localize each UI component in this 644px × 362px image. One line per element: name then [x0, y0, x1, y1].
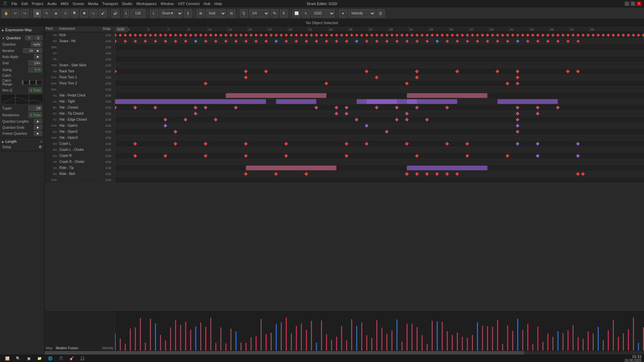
- menu-workspaces[interactable]: Workspaces: [136, 2, 156, 6]
- grid-row[interactable]: [115, 123, 644, 129]
- grid-row[interactable]: [115, 153, 644, 159]
- drum-dropdown[interactable]: Drum▼: [159, 9, 183, 17]
- quantize-reset-btn[interactable]: ↺: [25, 36, 33, 40]
- glue-button[interactable]: ⬡: [61, 9, 69, 17]
- grid-row[interactable]: [115, 147, 644, 153]
- q-ends-btn[interactable]: ▶: [34, 125, 42, 130]
- bars-button[interactable]: |||: [377, 9, 385, 17]
- menu-edit[interactable]: Edit: [21, 2, 28, 6]
- grid-row[interactable]: [115, 159, 644, 165]
- grid-row[interactable]: [115, 38, 644, 44]
- mute-button[interactable]: ✖: [80, 9, 88, 17]
- menu-transport[interactable]: Transport: [102, 2, 118, 6]
- setup-icon[interactable]: ⚙: [39, 145, 42, 149]
- mode-select-button[interactable]: ▣: [33, 9, 41, 17]
- menu-file[interactable]: File: [11, 2, 17, 6]
- grid-row[interactable]: [115, 141, 644, 147]
- grid-dropdown[interactable]: Grid: [206, 9, 226, 17]
- menu-midi[interactable]: MIDI: [61, 2, 68, 6]
- svg-rect-138: [552, 337, 553, 351]
- velocity-dropdown[interactable]: Velocity: [348, 9, 375, 17]
- grid-row[interactable]: [115, 129, 644, 135]
- constrain-button[interactable]: 🔒: [2, 9, 10, 17]
- follow-button[interactable]: ⟫: [184, 9, 192, 17]
- grid-row[interactable]: [115, 74, 644, 80]
- headphones-btn[interactable]: 🎧: [78, 355, 87, 362]
- grid-row[interactable]: [115, 177, 644, 183]
- grid-row[interactable]: [115, 117, 644, 123]
- start-button[interactable]: 🪟: [3, 355, 12, 362]
- close-button[interactable]: ✕: [637, 1, 641, 6]
- extra-btn[interactable]: 🎸: [67, 355, 76, 362]
- menu-scores[interactable]: Scores: [72, 2, 84, 6]
- freeze-q-row[interactable]: Freeze Quantize ▶: [1, 130, 43, 136]
- swing-value[interactable]: 0 %: [29, 67, 42, 72]
- grid-options-button[interactable]: ⊟: [227, 9, 235, 17]
- tempo-input[interactable]: [130, 9, 146, 17]
- iterative-arrow[interactable]: ▶: [34, 48, 42, 53]
- iterative-input[interactable]: [23, 48, 33, 53]
- randomize-value[interactable]: 0 Ticks: [29, 112, 42, 118]
- grid-row[interactable]: [115, 111, 644, 117]
- grid-row[interactable]: [115, 44, 644, 50]
- nonq-value[interactable]: 0 Ticks: [29, 87, 42, 93]
- speaker-button[interactable]: 🔊: [111, 9, 119, 17]
- menu-media[interactable]: Media: [88, 2, 98, 6]
- grid-row[interactable]: [115, 165, 644, 171]
- zoom-button[interactable]: 🔍: [71, 9, 79, 17]
- grid-row[interactable]: [115, 105, 644, 111]
- rec-button[interactable]: ⬜: [292, 9, 301, 17]
- quantize-apply-btn[interactable]: Apply: [31, 42, 42, 47]
- grid-row[interactable]: [115, 99, 644, 105]
- grid-row[interactable]: [115, 68, 644, 74]
- percent-button[interactable]: %: [271, 9, 279, 17]
- pencil-button[interactable]: ✎: [43, 9, 51, 17]
- e-button[interactable]: E: [280, 9, 288, 17]
- drum-select[interactable]: L: [150, 9, 158, 17]
- auto-apply-btn[interactable]: ▶: [34, 54, 42, 59]
- menu-audio[interactable]: Audio: [47, 2, 57, 6]
- grid-row[interactable]: [115, 56, 644, 62]
- length-header[interactable]: Length L: [1, 139, 43, 144]
- q-ends-row[interactable]: Quantize Ends ▶: [1, 124, 43, 130]
- minimize-button[interactable]: –: [625, 1, 629, 6]
- chrome-btn[interactable]: 🌐: [46, 355, 55, 362]
- maximize-button[interactable]: □: [631, 1, 635, 6]
- cubase-btn[interactable]: 🎵: [56, 355, 66, 362]
- q-lengths-row[interactable]: Quantize Lengths ▶: [1, 118, 43, 124]
- grid-row[interactable]: [115, 62, 644, 68]
- grid-row[interactable]: [115, 50, 644, 56]
- grid-row[interactable]: [115, 86, 644, 93]
- grid-row[interactable]: [115, 93, 644, 99]
- menu-vst-connect[interactable]: VST Connect: [178, 2, 200, 6]
- q-lengths-btn[interactable]: ▶: [34, 119, 42, 124]
- undo-button[interactable]: ↩: [11, 9, 19, 17]
- horizontal-scrollbar[interactable]: [45, 351, 644, 355]
- redo-button[interactable]: ↪: [21, 9, 29, 17]
- task-view-btn[interactable]: ▣: [24, 355, 34, 362]
- file-explorer-btn[interactable]: 📁: [35, 355, 44, 362]
- quantize-search-btn[interactable]: Q: [34, 36, 42, 40]
- scrollbar-thumb[interactable]: [45, 351, 524, 355]
- svg-text:33: 33: [430, 28, 433, 31]
- grid-row[interactable]: [115, 135, 644, 141]
- eraser-button[interactable]: ◈: [52, 9, 60, 17]
- search-taskbar-btn[interactable]: 🔍: [13, 355, 23, 362]
- step-button[interactable]: ≡: [302, 9, 310, 17]
- freeze-q-btn[interactable]: ▶: [34, 131, 42, 136]
- menu-help[interactable]: Help: [214, 2, 222, 6]
- grid-row[interactable]: [115, 32, 644, 38]
- tuplet-value[interactable]: Off: [29, 106, 42, 111]
- ggd-dropdown[interactable]: GGD: [311, 9, 335, 17]
- menu-hub[interactable]: Hub: [204, 2, 210, 6]
- menu-project[interactable]: Project: [32, 2, 43, 6]
- quantize-header[interactable]: Quantize ↺ Q: [1, 35, 43, 41]
- grid-row[interactable]: [115, 80, 644, 86]
- velocity-tool-button[interactable]: ◇: [90, 9, 98, 17]
- menu-window[interactable]: Window: [161, 2, 174, 6]
- menu-studio[interactable]: Studio: [122, 2, 132, 6]
- grid-row[interactable]: [115, 171, 644, 177]
- color-button[interactable]: 🖌: [99, 9, 107, 17]
- expression-map-header[interactable]: Expression Map: [1, 27, 43, 33]
- quantize-dropdown[interactable]: 1/4: [249, 9, 269, 17]
